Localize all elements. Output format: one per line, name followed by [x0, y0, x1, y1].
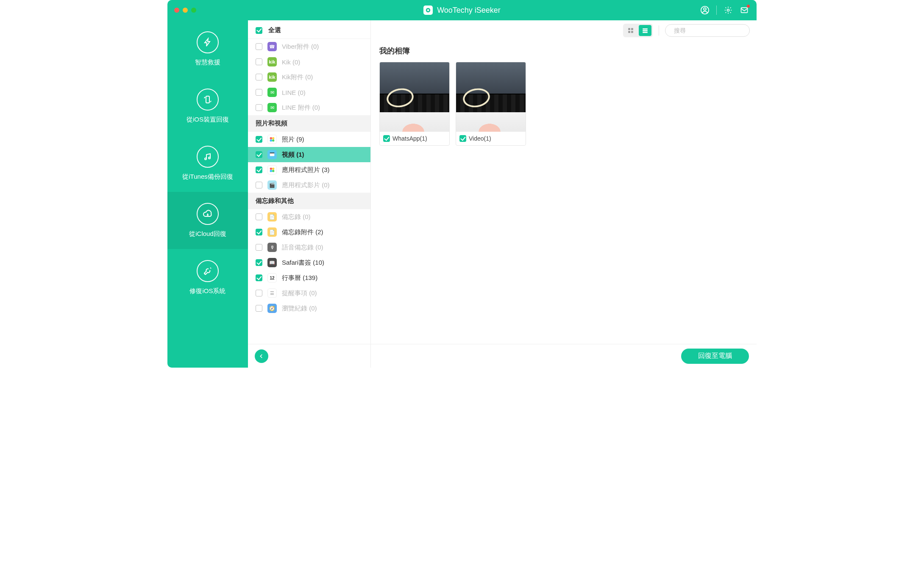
- checkbox[interactable]: [256, 166, 262, 173]
- svg-rect-21: [643, 28, 648, 29]
- svg-point-0: [426, 8, 431, 13]
- category-row-notes-attach[interactable]: 📄 備忘錄附件 (2): [248, 224, 370, 240]
- category-row-calendar[interactable]: 12 行事曆 (139): [248, 270, 370, 285]
- maximize-window-button[interactable]: [191, 8, 196, 13]
- album-checkbox[interactable]: [459, 135, 466, 142]
- sidebar-item-itunes[interactable]: 從iTunes備份回復: [167, 135, 248, 192]
- category-label: 語音備忘錄 (0): [282, 244, 323, 252]
- back-button[interactable]: [255, 349, 268, 363]
- settings-icon[interactable]: [724, 6, 733, 15]
- category-row-line[interactable]: ✉ LINE (0): [248, 85, 370, 100]
- category-row-safari-bookmarks[interactable]: 📖 Safari書簽 (10): [248, 255, 370, 270]
- category-row-voice-memos[interactable]: 🎙 語音備忘錄 (0): [248, 240, 370, 255]
- checkbox[interactable]: [256, 89, 262, 96]
- sidebar-item-smart-recovery[interactable]: 智慧救援: [167, 20, 248, 78]
- kik-icon: kik: [267, 57, 277, 66]
- album-item[interactable]: Video(1): [456, 62, 526, 146]
- album-checkbox[interactable]: [383, 135, 390, 142]
- category-row-notes[interactable]: 📄 備忘錄 (0): [248, 209, 370, 224]
- checkbox[interactable]: [256, 274, 262, 281]
- category-panel: 全選 ☎ Viber附件 (0) kik Kik (0) kik Kik附件 (…: [248, 20, 371, 368]
- category-row-app-photos[interactable]: 應用程式照片 (3): [248, 162, 370, 177]
- checkbox[interactable]: [256, 182, 262, 188]
- music-refresh-icon: [197, 146, 219, 168]
- lightning-icon: [197, 31, 219, 53]
- search-input-container[interactable]: [665, 24, 750, 37]
- category-row-photos[interactable]: 照片 (9): [248, 132, 370, 147]
- category-row-line-attach[interactable]: ✉ LINE 附件 (0): [248, 100, 370, 115]
- sidebar-item-ios-device[interactable]: 從iOS裝置回復: [167, 78, 248, 135]
- category-label: 應用程式影片 (0): [282, 181, 330, 189]
- category-row-kik[interactable]: kik Kik (0): [248, 54, 370, 69]
- search-input[interactable]: [674, 27, 748, 34]
- minimize-window-button[interactable]: [183, 8, 188, 13]
- svg-point-14: [272, 168, 274, 170]
- checkbox[interactable]: [256, 213, 262, 220]
- mail-icon[interactable]: [740, 6, 749, 15]
- category-row-app-videos[interactable]: 🎬 應用程式影片 (0): [248, 177, 370, 193]
- sidebar-item-repair-ios[interactable]: 修復iOS系統: [167, 249, 248, 306]
- content: 我的相簿 WhatsApp(1): [371, 41, 757, 344]
- video-icon: 🎬: [267, 180, 277, 190]
- category-label: 應用程式照片 (3): [282, 166, 330, 174]
- checkbox[interactable]: [256, 151, 262, 158]
- category-row-videos[interactable]: 視頻 (1): [248, 147, 370, 162]
- toolbar: [371, 20, 757, 41]
- checkbox[interactable]: [256, 74, 262, 80]
- category-label: Safari書簽 (10): [282, 259, 324, 267]
- grid-view-button[interactable]: [624, 25, 637, 36]
- checkbox[interactable]: [256, 136, 262, 143]
- select-all-checkbox[interactable]: [256, 27, 262, 34]
- app-title: WooTechy iSeeker: [437, 6, 501, 15]
- svg-rect-19: [629, 31, 630, 33]
- checkbox[interactable]: [256, 43, 262, 50]
- category-row-kik-attach[interactable]: kik Kik附件 (0): [248, 69, 370, 85]
- category-row-viber-attach[interactable]: ☎ Viber附件 (0): [248, 39, 370, 54]
- main-panel: 我的相簿 WhatsApp(1): [371, 20, 757, 368]
- bookmark-icon: 📖: [267, 258, 277, 267]
- group-photos-videos: 照片和視頻: [248, 115, 370, 132]
- sidebar: 智慧救援 從iOS裝置回復 從iTunes備份回復 從iCloud回復: [167, 20, 248, 368]
- viber-icon: ☎: [267, 42, 277, 51]
- album-item[interactable]: WhatsApp(1): [379, 62, 450, 146]
- checkbox[interactable]: [256, 259, 262, 266]
- section-title: 我的相簿: [379, 46, 748, 56]
- sidebar-item-label: 智慧救援: [195, 58, 220, 66]
- checkbox[interactable]: [256, 58, 262, 65]
- svg-point-1: [427, 9, 429, 11]
- close-window-button[interactable]: [174, 8, 179, 13]
- svg-rect-17: [629, 28, 630, 30]
- bottom-bar: 回復至電腦: [371, 344, 757, 368]
- sidebar-item-label: 從iOS裝置回復: [186, 116, 229, 124]
- notes-icon: 📄: [267, 227, 277, 237]
- checkbox[interactable]: [256, 229, 262, 235]
- svg-rect-18: [631, 28, 633, 30]
- video-icon: [267, 150, 277, 159]
- checkbox[interactable]: [256, 290, 262, 296]
- album-thumbnail: [380, 62, 449, 132]
- notification-dot: [747, 5, 750, 8]
- checkbox[interactable]: [256, 104, 262, 111]
- album-label: WhatsApp(1): [392, 135, 427, 142]
- sidebar-item-icloud[interactable]: 從iCloud回復: [167, 192, 248, 249]
- photos-icon: [267, 165, 277, 174]
- calendar-icon: 12: [267, 273, 277, 282]
- safari-icon: 🧭: [267, 304, 277, 313]
- select-all-row[interactable]: 全選: [248, 20, 370, 39]
- svg-point-10: [272, 139, 274, 141]
- category-row-history[interactable]: 🧭 瀏覽紀錄 (0): [248, 301, 370, 316]
- account-icon[interactable]: [700, 6, 710, 15]
- album-label: Video(1): [469, 135, 491, 142]
- category-row-reminders[interactable]: ☰ 提醒事項 (0): [248, 285, 370, 301]
- recover-button[interactable]: 回復至電腦: [681, 349, 749, 364]
- checkbox[interactable]: [256, 305, 262, 312]
- category-label: 備忘錄 (0): [282, 213, 311, 221]
- app-window: WooTechy iSeeker: [167, 0, 757, 368]
- category-label: 瀏覽紀錄 (0): [282, 305, 317, 313]
- category-list[interactable]: ☎ Viber附件 (0) kik Kik (0) kik Kik附件 (0) …: [248, 39, 370, 344]
- phone-refresh-icon: [197, 89, 219, 111]
- list-view-button[interactable]: [639, 25, 651, 36]
- kik-icon: kik: [267, 72, 277, 82]
- album-thumbnail: [456, 62, 526, 132]
- checkbox[interactable]: [256, 244, 262, 251]
